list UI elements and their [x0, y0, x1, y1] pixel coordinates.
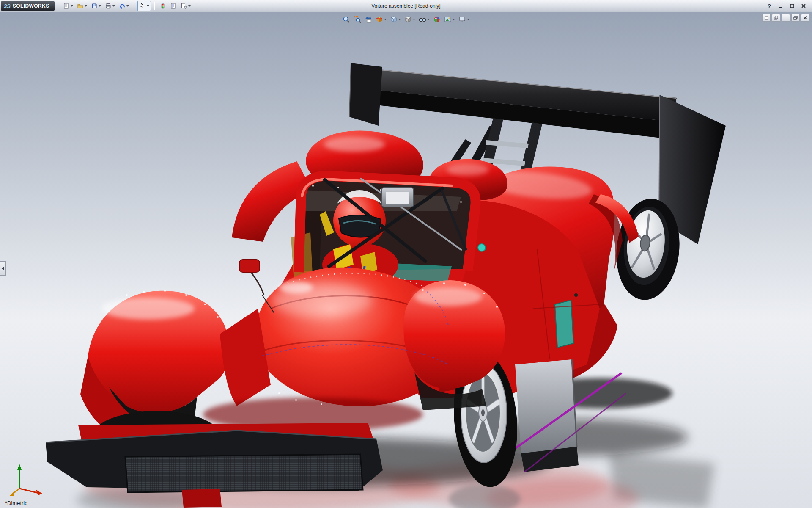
undo-icon: [119, 3, 126, 9]
doc-window-icon-2[interactable]: [772, 14, 780, 22]
previous-view-button[interactable]: [364, 14, 373, 25]
reference-triad[interactable]: [7, 462, 47, 498]
solidworks-window: 3S SOLIDWORKS: [0, 0, 812, 508]
document-icon: [774, 16, 778, 20]
model-scene[interactable]: [0, 12, 812, 508]
triad-y-axis: [17, 464, 22, 470]
new-document-button[interactable]: [61, 1, 75, 11]
brand-name: SOLIDWORKS: [13, 3, 49, 9]
zoom-to-area-icon: [354, 16, 361, 23]
toolbar-separator: [154, 2, 155, 10]
select-button[interactable]: [137, 1, 151, 11]
section-view-button[interactable]: [375, 14, 387, 25]
print-icon: [105, 3, 112, 9]
driver-helmet[interactable]: [333, 190, 386, 247]
dropdown-caret-icon[interactable]: [85, 5, 87, 7]
triad-z-axis: [9, 492, 14, 496]
dropdown-caret-icon[interactable]: [99, 5, 101, 7]
document-icon: [764, 16, 768, 20]
open-folder-icon: [77, 3, 84, 9]
doc-minimize-button[interactable]: [782, 14, 790, 22]
hide-show-items-button[interactable]: [418, 14, 431, 25]
heads-up-view-toolbar: [342, 14, 470, 25]
dropdown-caret-icon[interactable]: [398, 19, 401, 20]
toolbar-separator: [134, 2, 134, 10]
minimize-button[interactable]: [776, 2, 786, 10]
undo-button[interactable]: [117, 1, 131, 11]
edit-appearance-icon: [433, 16, 441, 23]
zoom-to-fit-icon: [343, 16, 350, 23]
window-controls: ?: [764, 2, 812, 10]
dropdown-caret-icon[interactable]: [427, 19, 430, 20]
title-bar: 3S SOLIDWORKS: [0, 0, 812, 12]
help-button[interactable]: ?: [764, 2, 774, 10]
maximize-icon: [790, 3, 795, 8]
view-settings-button[interactable]: [458, 14, 470, 25]
close-icon: [801, 3, 806, 8]
logo-3ds-icon: 3S: [4, 3, 11, 9]
view-orientation-button[interactable]: [389, 14, 402, 25]
rebuild-icon: [159, 3, 166, 9]
doc-restore-button[interactable]: [791, 14, 800, 22]
options-icon: [181, 3, 187, 9]
chevron-left-icon: [2, 267, 4, 270]
dropdown-caret-icon[interactable]: [147, 5, 149, 7]
select-cursor-icon: [139, 3, 146, 9]
zoom-to-fit-button[interactable]: [342, 14, 351, 25]
dropdown-caret-icon[interactable]: [384, 19, 387, 20]
panel-collapse-tab[interactable]: [0, 261, 6, 276]
edit-appearance-button[interactable]: [432, 14, 442, 25]
previous-view-icon: [365, 16, 372, 23]
view-orientation-icon: [390, 16, 398, 23]
minimize-icon: [778, 3, 783, 8]
dropdown-caret-icon[interactable]: [112, 5, 115, 7]
file-properties-icon: [170, 3, 177, 9]
display-style-icon: [404, 16, 412, 23]
graphics-area[interactable]: *Dimetric: [0, 12, 812, 508]
rear-view-mirror[interactable]: [381, 188, 414, 207]
dropdown-caret-icon[interactable]: [453, 19, 455, 20]
save-icon: [91, 3, 98, 9]
dropdown-caret-icon[interactable]: [71, 5, 73, 7]
save-button[interactable]: [89, 1, 103, 11]
orientation-label: *Dimetric: [5, 500, 27, 506]
apply-scene-icon: [444, 16, 452, 23]
new-document-icon: [63, 3, 70, 9]
solidworks-logo: 3S SOLIDWORKS: [1, 1, 55, 11]
section-view-icon: [376, 16, 383, 23]
apply-scene-button[interactable]: [443, 14, 456, 25]
dropdown-caret-icon[interactable]: [188, 5, 191, 7]
display-style-button[interactable]: [403, 14, 416, 25]
doc-minimize-icon: [784, 16, 788, 20]
doc-close-icon: [803, 16, 807, 20]
dropdown-caret-icon[interactable]: [467, 19, 469, 20]
doc-close-button[interactable]: [801, 14, 809, 22]
print-button[interactable]: [103, 1, 117, 11]
rebuild-button[interactable]: [158, 1, 168, 11]
dropdown-caret-icon[interactable]: [126, 5, 129, 7]
main-toolbar: [61, 1, 192, 11]
view-settings-icon: [458, 16, 466, 23]
maximize-button[interactable]: [787, 2, 797, 10]
open-button[interactable]: [75, 1, 89, 11]
hide-show-items-icon: [419, 16, 426, 23]
radiator-mesh: [125, 454, 363, 492]
doc-window-icon[interactable]: [762, 14, 771, 22]
doc-restore-icon: [793, 16, 798, 20]
teal-indicator: [478, 244, 486, 251]
dropdown-caret-icon[interactable]: [413, 19, 415, 20]
door-latch: [574, 293, 578, 297]
options-button[interactable]: [179, 1, 192, 11]
document-window-controls: [762, 14, 809, 22]
close-button[interactable]: [798, 2, 809, 10]
zoom-to-area-button[interactable]: [353, 14, 362, 25]
file-properties-button[interactable]: [168, 1, 178, 11]
